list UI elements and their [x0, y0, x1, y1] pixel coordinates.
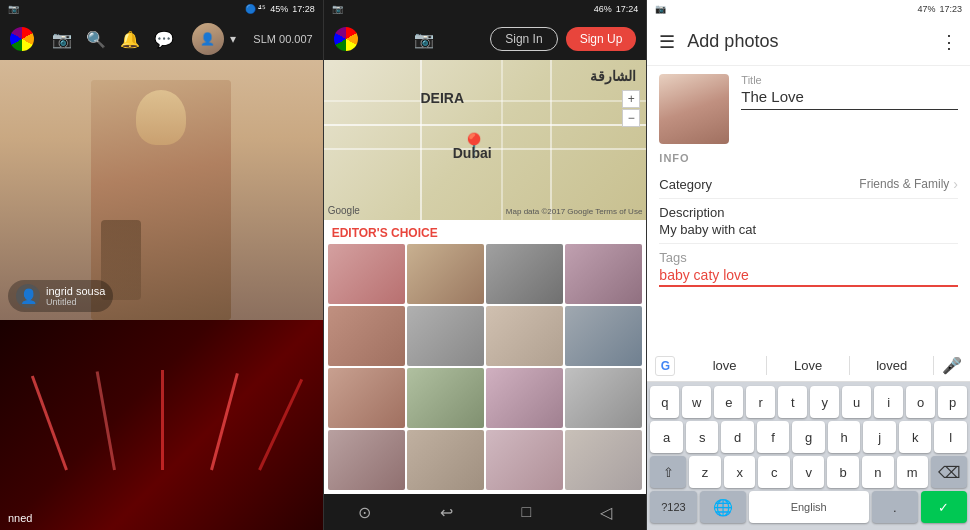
suggestion-3[interactable]: loved — [850, 356, 934, 375]
grid-item[interactable] — [486, 244, 563, 304]
key-l[interactable]: l — [934, 421, 967, 453]
app-logo-1[interactable] — [10, 27, 34, 51]
chat-icon[interactable]: 💬 — [154, 30, 174, 49]
hamburger-icon[interactable]: ☰ — [659, 31, 675, 53]
description-input[interactable]: My baby with cat — [659, 222, 958, 237]
photo-grid — [324, 244, 647, 494]
space-key[interactable]: English — [749, 491, 869, 523]
signin-button[interactable]: Sign In — [490, 27, 557, 51]
status-bar-2: 📷 46% 17:24 — [324, 0, 647, 18]
reply-icon[interactable]: ↩ — [440, 503, 453, 522]
key-b[interactable]: b — [827, 456, 859, 488]
suggestion-1[interactable]: love — [683, 356, 767, 375]
grid-item[interactable] — [407, 306, 484, 366]
panel2-content: الشارقة DEIRA 📍 Dubai + − Google Map dat… — [324, 60, 647, 494]
tags-input[interactable]: baby caty love — [659, 267, 958, 287]
key-a[interactable]: a — [650, 421, 683, 453]
grid-item[interactable] — [328, 244, 405, 304]
back-icon[interactable]: ◁ — [600, 503, 612, 522]
editors-choice-label: EDITOR'S CHOICE — [324, 220, 647, 244]
key-x[interactable]: x — [724, 456, 756, 488]
slm-label: SLM 00.007 — [253, 33, 312, 45]
key-o[interactable]: o — [906, 386, 935, 418]
key-n[interactable]: n — [862, 456, 894, 488]
category-value: Friends & Family — [859, 177, 949, 191]
home-icon[interactable]: ⊙ — [358, 503, 371, 522]
period-key[interactable]: . — [872, 491, 918, 523]
key-v[interactable]: v — [793, 456, 825, 488]
key-d[interactable]: d — [721, 421, 754, 453]
key-k[interactable]: k — [899, 421, 932, 453]
bell-icon[interactable]: 🔔 — [120, 30, 140, 49]
title-input[interactable]: The Love — [741, 88, 958, 110]
grid-item[interactable] — [565, 430, 642, 490]
mic-icon[interactable]: 🎤 — [942, 356, 962, 375]
photo-thumbnail[interactable] — [659, 74, 729, 144]
grid-item[interactable] — [565, 368, 642, 428]
key-r[interactable]: r — [746, 386, 775, 418]
camera-icon-2[interactable]: 📷 — [414, 30, 434, 49]
search-icon[interactable]: 🔍 — [86, 30, 106, 49]
key-i[interactable]: i — [874, 386, 903, 418]
grid-item[interactable] — [486, 306, 563, 366]
key-c[interactable]: c — [758, 456, 790, 488]
header-icons: 📷 🔍 🔔 💬 — [52, 30, 174, 49]
key-h[interactable]: h — [828, 421, 861, 453]
bottom-nav: ⊙ ↩ □ ◁ — [324, 494, 647, 530]
delete-key[interactable]: ⌫ — [931, 456, 967, 488]
suggestion-2[interactable]: Love — [767, 356, 851, 375]
globe-key[interactable]: 🌐 — [700, 491, 746, 523]
key-j[interactable]: j — [863, 421, 896, 453]
key-g[interactable]: g — [792, 421, 825, 453]
status-bar-1: 📷 🔵 ⁴⁵ 45% 17:28 — [0, 0, 323, 18]
key-p[interactable]: p — [938, 386, 967, 418]
title-row: Title The Love — [659, 74, 958, 144]
grid-item[interactable] — [407, 368, 484, 428]
app-logo-2[interactable] — [334, 27, 358, 51]
signup-button[interactable]: Sign Up — [566, 27, 637, 51]
enter-key[interactable]: ✓ — [921, 491, 967, 523]
panel1-content: 👤 ingrid sousa Untitled nned — [0, 60, 323, 530]
grid-item[interactable] — [486, 368, 563, 428]
panel3-header: ☰ Add photos ⋮ — [647, 18, 970, 66]
user-info-overlay: 👤 ingrid sousa Untitled — [8, 280, 113, 312]
key-t[interactable]: t — [778, 386, 807, 418]
grid-item[interactable] — [407, 244, 484, 304]
camera-icon[interactable]: 📷 — [52, 30, 72, 49]
grid-item[interactable] — [328, 368, 405, 428]
category-row[interactable]: Category Friends & Family › — [659, 170, 958, 199]
top-photo[interactable]: 👤 ingrid sousa Untitled — [0, 60, 323, 320]
shift-key[interactable]: ⇧ — [650, 456, 686, 488]
chevron-right-icon: › — [953, 176, 958, 192]
num-key[interactable]: ?123 — [650, 491, 696, 523]
square-icon[interactable]: □ — [522, 503, 532, 521]
bottom-photo-label: nned — [8, 512, 32, 524]
key-e[interactable]: e — [714, 386, 743, 418]
key-f[interactable]: f — [757, 421, 790, 453]
panel3-content: Title The Love INFO Category Friends & F… — [647, 66, 970, 530]
bottom-photo[interactable]: nned — [0, 320, 323, 530]
key-w[interactable]: w — [682, 386, 711, 418]
user-name: ingrid sousa — [46, 285, 105, 297]
grid-item[interactable] — [407, 430, 484, 490]
zoom-out-button[interactable]: − — [622, 109, 640, 127]
map-view[interactable]: الشارقة DEIRA 📍 Dubai + − Google Map dat… — [324, 60, 647, 220]
panel-1: 📷 🔵 ⁴⁵ 45% 17:28 📷 🔍 🔔 💬 👤 ▾ SLM 00.007 — [0, 0, 324, 530]
key-z[interactable]: z — [689, 456, 721, 488]
more-options-icon[interactable]: ⋮ — [940, 31, 958, 53]
grid-item[interactable] — [328, 430, 405, 490]
avatar-small: 👤 — [16, 284, 40, 308]
info-label: INFO — [659, 152, 958, 164]
grid-item[interactable] — [565, 306, 642, 366]
key-q[interactable]: q — [650, 386, 679, 418]
map-copyright: Map data ©2017 Google Terms of Use — [506, 207, 643, 216]
key-u[interactable]: u — [842, 386, 871, 418]
key-y[interactable]: y — [810, 386, 839, 418]
key-s[interactable]: s — [686, 421, 719, 453]
grid-item[interactable] — [486, 430, 563, 490]
zoom-in-button[interactable]: + — [622, 90, 640, 108]
grid-item[interactable] — [328, 306, 405, 366]
key-m[interactable]: m — [897, 456, 929, 488]
avatar-area[interactable]: 👤 ▾ — [192, 23, 236, 55]
grid-item[interactable] — [565, 244, 642, 304]
